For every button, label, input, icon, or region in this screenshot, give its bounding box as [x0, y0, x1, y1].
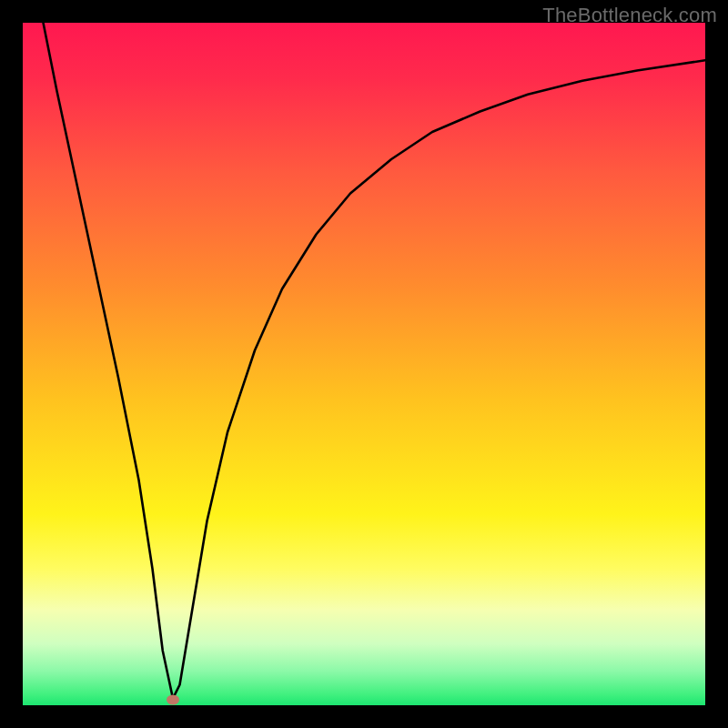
- chart-frame: [23, 23, 705, 705]
- optimal-point-marker: [167, 695, 179, 705]
- plot-svg: [23, 23, 705, 705]
- gradient-background: [23, 23, 705, 705]
- watermark-text: TheBottleneck.com: [542, 4, 717, 27]
